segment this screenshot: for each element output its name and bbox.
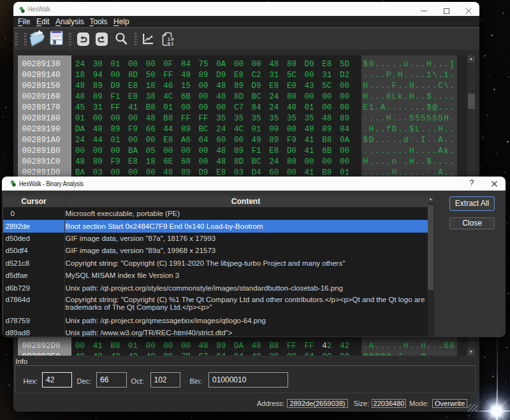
svg-text:01: 01 [168, 41, 175, 46]
